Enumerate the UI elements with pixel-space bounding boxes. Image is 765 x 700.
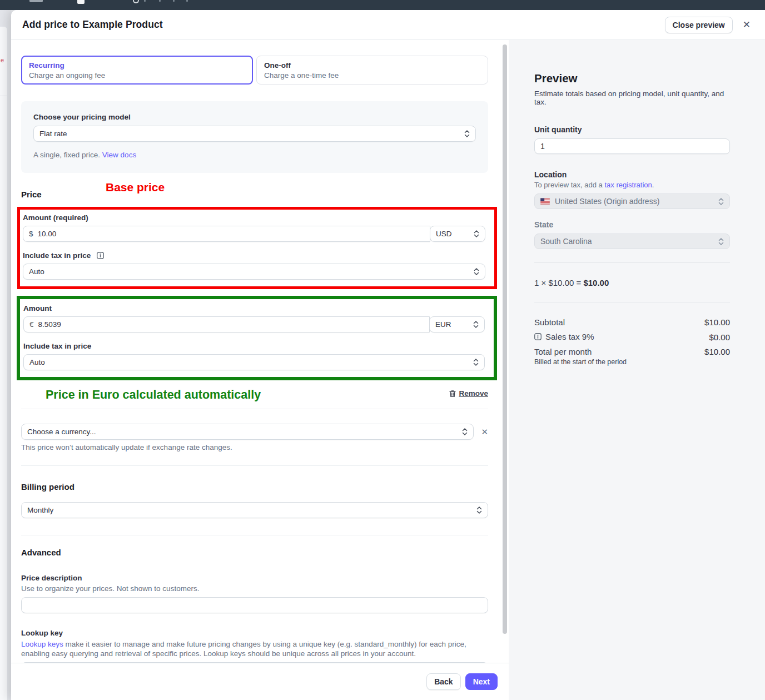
chevron-updown-icon — [476, 506, 482, 514]
preview-panel: Preview Estimate totals based on pricing… — [509, 40, 765, 700]
card-description: Charge an ongoing fee — [29, 71, 245, 80]
next-button[interactable]: Next — [465, 673, 498, 690]
browser-chrome-fragment — [144, 0, 146, 2]
pricing-model-select[interactable]: Flat rate — [33, 126, 476, 142]
lookup-key-input[interactable] — [21, 662, 488, 663]
info-icon[interactable] — [534, 333, 542, 340]
price-description-input[interactable] — [21, 597, 488, 613]
price-description-helper: Use to organize your prices. Not shown t… — [21, 584, 488, 593]
card-title: One-off — [264, 61, 480, 69]
browser-chrome-fragment — [77, 0, 85, 4]
close-icon[interactable]: ✕ — [743, 20, 751, 29]
sales-tax-value: $0.00 — [709, 332, 730, 342]
remove-label: Remove — [459, 389, 488, 398]
info-icon[interactable] — [97, 252, 104, 259]
price-type-card-one-off[interactable]: One-off Charge a one-time fee — [256, 56, 488, 85]
remove-currency-link[interactable]: Remove — [449, 389, 488, 398]
include-tax-label-text: Include tax in price — [23, 251, 91, 260]
view-docs-link[interactable]: View docs — [102, 151, 136, 159]
unit-quantity-input[interactable]: 1 — [534, 138, 730, 154]
billing-period-select[interactable]: Monthly — [21, 502, 488, 518]
state-label: State — [534, 220, 730, 229]
remove-currency-row-icon[interactable]: ✕ — [481, 428, 488, 436]
include-tax-label: Include tax in price — [23, 342, 485, 350]
divider — [534, 302, 730, 302]
calculation-total: $10.00 — [583, 278, 609, 287]
unit-calculation: 1 × $10.00 = $10.00 — [534, 278, 730, 287]
total-row: Total per month $10.00 — [534, 347, 730, 356]
background-page: e — [0, 10, 11, 700]
pricing-model-helper-text: A single, fixed price. — [33, 151, 100, 159]
scrollbar[interactable] — [503, 44, 507, 634]
choose-currency-select[interactable]: Choose a currency... — [21, 424, 474, 440]
location-helper: To preview tax, add a tax registration. — [534, 181, 730, 189]
back-button[interactable]: Back — [426, 673, 460, 690]
divider — [21, 535, 488, 535]
currency-code: EUR — [435, 320, 451, 329]
currency-symbol: $ — [29, 230, 33, 238]
amount-label: Amount — [23, 304, 485, 312]
browser-chrome-fragment — [159, 0, 161, 2]
amount-label: Amount (required) — [23, 214, 485, 222]
chevron-updown-icon — [474, 267, 479, 276]
include-tax-select-eur[interactable]: Auto — [23, 354, 485, 370]
location-helper-suffix: . — [652, 181, 654, 189]
pricing-model-box: Choose your pricing model Flat rate A si… — [21, 101, 488, 173]
divider — [534, 262, 730, 263]
annotation-euro-price: Price in Euro calculated automatically — [21, 388, 261, 402]
currency-select-eur[interactable]: EUR — [429, 316, 485, 332]
pricing-model-label: Choose your pricing model — [33, 113, 476, 121]
include-tax-label: Include tax in price — [23, 251, 485, 260]
chevron-updown-icon — [474, 230, 479, 238]
billing-period-heading: Billing period — [21, 482, 488, 492]
location-label: Location — [534, 170, 730, 179]
include-tax-select-usd[interactable]: Auto — [23, 264, 485, 280]
billing-note: Billed at the start of the period — [534, 358, 730, 366]
lookup-key-helper-text: make it easier to manage and make future… — [21, 640, 466, 658]
subtotal-label: Subtotal — [534, 317, 565, 327]
modal-title: Add price to Example Product — [22, 19, 163, 31]
currency-select-usd[interactable]: USD — [430, 226, 485, 242]
price-form-panel: Recurring Charge an ongoing fee One-off … — [11, 40, 509, 700]
tax-registration-link[interactable]: tax registration — [604, 181, 652, 189]
divider — [21, 465, 488, 466]
currency-code: USD — [436, 230, 452, 238]
preview-heading: Preview — [534, 72, 730, 85]
browser-chrome-bar — [0, 0, 765, 10]
pricing-model-value: Flat rate — [39, 130, 67, 138]
background-page-fragment: e — [1, 57, 4, 63]
total-label: Total per month — [534, 347, 592, 356]
form-footer: Back Next — [11, 663, 509, 700]
subtotal-value: $10.00 — [704, 317, 730, 327]
chevron-updown-icon — [464, 130, 470, 138]
annotation-box-base-price: Amount (required) $ 10.00 USD — [17, 207, 497, 289]
amount-value: 10.00 — [38, 230, 57, 238]
billing-period-value: Monthly — [27, 506, 53, 514]
close-preview-button[interactable]: Close preview — [665, 17, 733, 33]
chevron-updown-icon — [473, 320, 479, 329]
country-select: United States (Origin address) — [534, 193, 730, 209]
lookup-key-label: Lookup key — [21, 629, 488, 637]
add-price-modal: Add price to Example Product Close previ… — [11, 10, 765, 700]
chevron-updown-icon — [473, 358, 479, 366]
form-scroll-area: Recurring Charge an ongoing fee One-off … — [11, 40, 509, 663]
choose-currency-placeholder: Choose a currency... — [27, 428, 96, 436]
advanced-heading: Advanced — [21, 548, 488, 557]
background-page-card — [0, 27, 7, 700]
include-tax-value: Auto — [29, 358, 45, 366]
annotation-box-euro-price: Amount € 8.5039 EUR — [17, 296, 497, 380]
amount-input-eur[interactable]: € 8.5039 — [23, 316, 430, 332]
state-select: South Carolina — [534, 234, 730, 249]
price-section-heading: Price — [21, 190, 488, 199]
lookup-keys-link[interactable]: Lookup keys — [21, 640, 63, 648]
divider — [21, 409, 488, 409]
currency-helper: This price won’t automatically update if… — [21, 443, 488, 451]
state-value: South Carolina — [540, 237, 592, 246]
price-type-card-recurring[interactable]: Recurring Charge an ongoing fee — [21, 56, 253, 85]
include-tax-value: Auto — [29, 267, 44, 276]
amount-input-usd[interactable]: $ 10.00 — [23, 226, 430, 242]
unit-quantity-value: 1 — [540, 142, 545, 151]
chevron-updown-icon — [462, 428, 468, 436]
preview-subtitle: Estimate totals based on pricing model, … — [534, 90, 730, 106]
background-page-divider — [0, 96, 7, 96]
